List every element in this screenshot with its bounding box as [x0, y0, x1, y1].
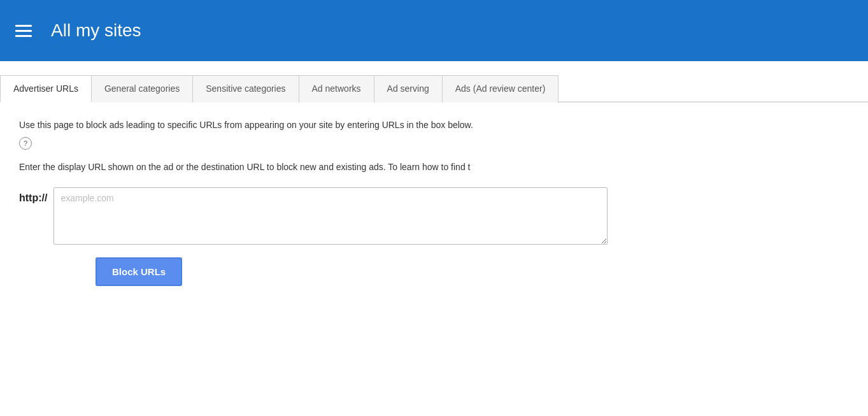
app-header: All my sites — [0, 0, 868, 61]
tab-ad-networks[interactable]: Ad networks — [299, 75, 374, 103]
hamburger-menu-icon[interactable] — [15, 25, 32, 37]
content-area: Advertiser URLs General categories Sensi… — [0, 61, 868, 416]
tab-sensitive-categories[interactable]: Sensitive categories — [192, 75, 299, 103]
tab-ad-serving[interactable]: Ad serving — [374, 75, 443, 103]
main-content: Use this page to block ads leading to sp… — [0, 103, 868, 301]
url-input[interactable] — [53, 187, 608, 245]
description-text-1: Use this page to block ads leading to sp… — [19, 118, 849, 132]
url-input-row: http:// — [19, 187, 849, 245]
block-urls-button[interactable]: Block URLs — [96, 257, 182, 286]
tab-bar: Advertiser URLs General categories Sensi… — [0, 61, 868, 103]
page-title: All my sites — [51, 20, 141, 41]
tab-ads-review-center[interactable]: Ads (Ad review center) — [442, 75, 559, 103]
help-icon[interactable]: ? — [19, 137, 32, 150]
tab-general-categories[interactable]: General categories — [91, 75, 193, 103]
tab-advertiser-urls[interactable]: Advertiser URLs — [0, 75, 92, 103]
http-label: http:// — [19, 187, 47, 204]
description-text-2: Enter the display URL shown on the ad or… — [19, 160, 849, 174]
